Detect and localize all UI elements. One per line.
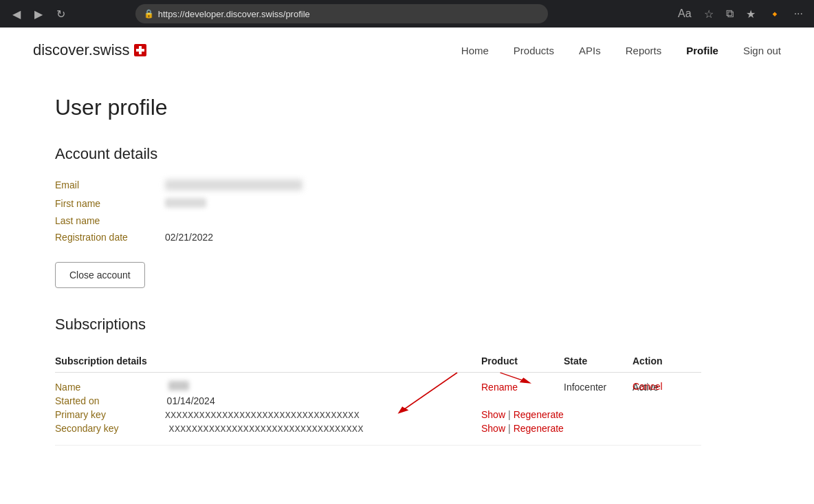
browser-chrome: ◀ ▶ ↻ 🔒 https://developer.discover.swiss… [0,0,814,28]
sub-started-row: Started on 01/14/2024 [55,395,701,406]
product-cell: Infocenter [564,382,632,393]
subscriptions-title: Subscriptions [55,316,701,333]
firstname-row: First name [55,198,701,210]
primary-show-link[interactable]: Show [481,409,505,420]
sub-name-value [168,381,189,393]
primary-key-value: XXXXXXXXXXXXXXXXXXXXXXXXXXXXXXXXXX [165,410,360,420]
secondary-regenerate-link[interactable]: Regenerate [514,423,564,434]
primary-key-actions: Show | Regenerate [481,409,564,420]
secondary-separator: | [508,423,511,434]
email-blurred [165,179,302,190]
rename-cell: Rename [481,382,564,393]
nav-apis[interactable]: APIs [579,45,601,56]
cancel-link[interactable]: Cancel [632,381,663,392]
swiss-cross-icon [134,44,146,56]
sub-name-cell: Name [55,381,481,393]
cancel-cell: Cancel [632,381,701,392]
rename-link[interactable]: Rename [481,382,518,393]
started-value: 01/14/2024 [167,395,215,406]
primary-key-cell: Primary key XXXXXXXXXXXXXXXXXXXXXXXXXXXX… [55,409,481,420]
primary-separator: | [508,409,511,420]
firstname-blurred [165,198,206,208]
sub-name-blurred [168,381,189,391]
secondary-key-cell: Secondary key XXXXXXXXXXXXXXXXXXXXXXXXXX… [55,423,481,434]
subscriptions-wrapper: Subscription details Product State Actio… [55,350,701,446]
sub-name-row: Name Rename Infocenter Active [55,381,701,393]
subscriptions-section: Subscriptions Subscription details Produ… [55,316,701,446]
tab-button[interactable]: ⧉ [723,6,736,21]
lock-icon: 🔒 [144,9,154,19]
main-content: User profile Account details Email First… [0,73,756,487]
started-label: Started on [55,395,100,406]
account-details-section: Account details Email First name Last na… [55,145,701,288]
col-state: State [564,355,632,366]
address-bar[interactable]: 🔒 https://developer.discover.swiss/profi… [135,4,548,23]
firstname-value [165,198,206,210]
secondary-key-label: Secondary key [55,423,119,434]
sub-name-label: Name [55,382,80,393]
secondary-show-link[interactable]: Show [481,423,505,434]
reader-mode-button[interactable]: Aa [675,6,694,21]
col-action: Action [632,355,701,366]
nav-products[interactable]: Products [514,45,554,56]
collections-button[interactable]: ★ [743,6,758,22]
col-product: Product [481,355,564,366]
secondary-key-actions: Show | Regenerate [481,423,564,434]
regdate-label: Registration date [55,232,165,243]
primary-regenerate-link[interactable]: Regenerate [514,409,564,420]
nav-profile[interactable]: Profile [686,45,718,56]
lastname-label: Last name [55,215,165,226]
secondary-key-value: XXXXXXXXXXXXXXXXXXXXXXXXXXXXXXXXXX [169,424,364,434]
browser-actions: Aa ☆ ⧉ ★ 🔸 ··· [675,6,806,22]
nav-reports[interactable]: Reports [626,45,662,56]
started-cell: Started on 01/14/2024 [55,395,481,406]
site-nav: Home Products APIs Reports Profile Sign … [461,45,781,56]
menu-button[interactable]: ··· [791,6,806,21]
forward-button[interactable]: ▶ [30,6,47,22]
product-value: Infocenter [564,382,606,393]
extensions-button[interactable]: 🔸 [765,6,784,22]
subscription-table-header: Subscription details Product State Actio… [55,350,701,373]
page-title: User profile [55,95,701,120]
site-header: discover.swiss Home Products APIs Report… [0,28,814,73]
firstname-label: First name [55,198,165,209]
account-details-title: Account details [55,145,701,163]
nav-home[interactable]: Home [461,45,489,56]
subscription-row-group: Name Rename Infocenter Active [55,373,701,446]
col-subscription-details: Subscription details [55,355,481,366]
regdate-value: 02/21/2022 [165,232,213,243]
page-wrapper: discover.swiss Home Products APIs Report… [0,28,814,504]
sub-secondary-key-row: Secondary key XXXXXXXXXXXXXXXXXXXXXXXXXX… [55,423,701,434]
email-value [165,179,302,193]
primary-key-label: Primary key [55,409,106,420]
lastname-row: Last name [55,215,701,226]
email-label: Email [55,179,165,190]
email-row: Email [55,179,701,193]
logo[interactable]: discover.swiss [33,41,146,59]
url-text: https://developer.discover.swiss/profile [158,9,310,19]
logo-text: discover.swiss [33,41,130,59]
favorites-button[interactable]: ☆ [701,6,716,22]
refresh-button[interactable]: ↻ [52,6,69,22]
nav-signout[interactable]: Sign out [743,45,781,56]
sub-primary-key-row: Primary key XXXXXXXXXXXXXXXXXXXXXXXXXXXX… [55,409,701,420]
back-button[interactable]: ◀ [8,6,25,22]
close-account-button[interactable]: Close account [55,262,145,288]
regdate-row: Registration date 02/21/2022 [55,232,701,243]
